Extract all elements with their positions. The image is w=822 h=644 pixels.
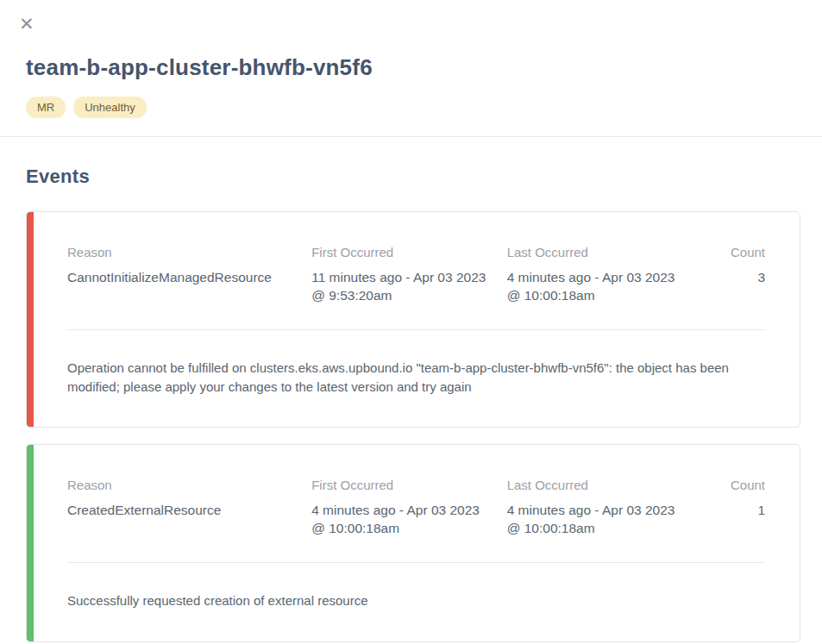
success-accent-bar xyxy=(27,445,34,641)
resource-kind-badge: MR xyxy=(26,97,66,118)
event-table: Reason First Occurred Last Occurred Coun… xyxy=(67,478,765,538)
card-divider xyxy=(67,329,765,330)
event-first-occurred: 11 minutes ago - Apr 03 2023 @ 9:53:20am xyxy=(311,269,507,305)
event-message: Operation cannot be fulfilled on cluster… xyxy=(67,359,765,397)
events-section: Events Reason First Occurred Last Occurr… xyxy=(0,137,822,642)
event-message: Successfully requested creation of exter… xyxy=(67,591,765,610)
card-divider xyxy=(67,562,765,563)
event-table: Reason First Occurred Last Occurred Coun… xyxy=(67,245,765,305)
column-header-last-occurred: Last Occurred xyxy=(507,478,703,502)
event-reason: CannotInitializeManagedResource xyxy=(67,269,311,305)
column-header-count: Count xyxy=(702,245,765,269)
event-count: 3 xyxy=(702,269,765,305)
event-row: CannotInitializeManagedResource 11 minut… xyxy=(67,269,765,305)
event-reason: CreatedExternalResource xyxy=(67,502,311,538)
health-status-badge: Unhealthy xyxy=(73,97,147,118)
event-first-occurred: 4 minutes ago - Apr 03 2023 @ 10:00:18am xyxy=(311,502,507,538)
column-header-count: Count xyxy=(702,478,765,502)
event-last-occurred: 4 minutes ago - Apr 03 2023 @ 10:00:18am xyxy=(507,269,703,305)
event-row: CreatedExternalResource 4 minutes ago - … xyxy=(67,502,765,538)
resource-detail-panel: ✕ team-b-app-cluster-bhwfb-vn5f6 MR Unhe… xyxy=(0,0,822,644)
event-card-success: Reason First Occurred Last Occurred Coun… xyxy=(26,444,800,642)
events-heading: Events xyxy=(26,166,800,188)
event-count: 1 xyxy=(702,502,765,538)
column-header-reason: Reason xyxy=(67,245,311,269)
event-last-occurred: 4 minutes ago - Apr 03 2023 @ 10:00:18am xyxy=(507,502,703,538)
badge-row: MR Unhealthy xyxy=(26,97,822,118)
column-header-reason: Reason xyxy=(67,478,311,502)
column-header-first-occurred: First Occurred xyxy=(311,245,507,269)
error-accent-bar xyxy=(27,212,34,427)
close-icon[interactable]: ✕ xyxy=(19,16,35,34)
event-card-error: Reason First Occurred Last Occurred Coun… xyxy=(26,211,800,428)
column-header-first-occurred: First Occurred xyxy=(311,478,507,502)
column-header-last-occurred: Last Occurred xyxy=(507,245,703,269)
page-title: team-b-app-cluster-bhwfb-vn5f6 xyxy=(26,54,822,81)
